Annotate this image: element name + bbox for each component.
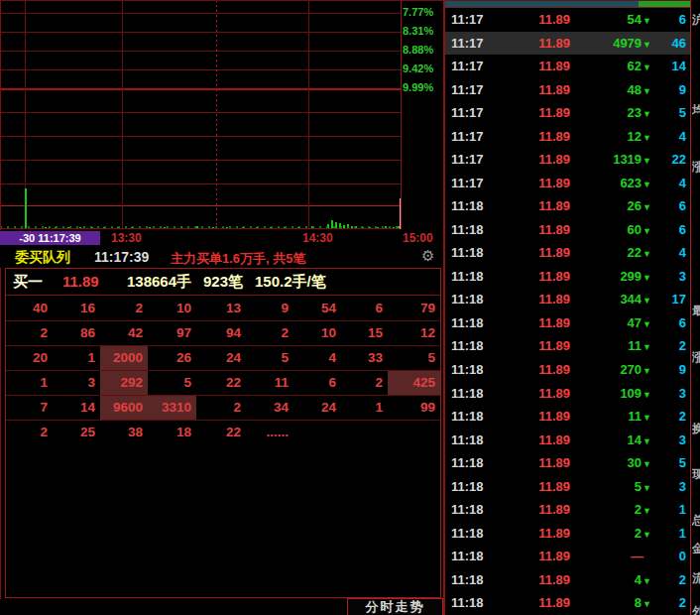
queue-cell-highlighted: 9600: [100, 396, 148, 420]
tick-row[interactable]: 11:1811.898▼2: [445, 591, 690, 615]
tick-row[interactable]: 11:1811.8926▼6: [445, 194, 690, 218]
down-arrow-icon: ▼: [642, 483, 651, 493]
tick-row[interactable]: 11:1711.8954▼6: [445, 8, 690, 32]
tick-row[interactable]: 11:1711.8912▼4: [445, 125, 690, 149]
v-gridline: [308, 0, 309, 229]
clipped-text-fragment: 金: [692, 541, 700, 557]
tick-row[interactable]: 11:1811.8911▼2: [445, 334, 690, 358]
tick-row[interactable]: 11:1811.8947▼6: [445, 311, 690, 335]
tick-row[interactable]: 11:1811.8922▼4: [445, 241, 690, 265]
tick-row[interactable]: 11:1811.89109▼3: [445, 381, 690, 405]
tick-count: 6: [651, 222, 690, 237]
tick-price: 11.89: [497, 455, 570, 470]
clipped-text-fragment: 涨: [692, 159, 700, 176]
tick-list-right-border: [690, 0, 691, 615]
queue-row[interactable]: 401621013954679: [6, 297, 440, 321]
tick-time: 11:18: [445, 479, 497, 494]
tick-row[interactable]: 11:1811.8960▼6: [445, 218, 690, 242]
down-arrow-icon: ▼: [642, 156, 651, 166]
down-arrow-icon: ▼: [642, 530, 651, 540]
tick-row[interactable]: 11:1811.89299▼3: [445, 265, 690, 289]
queue-cell: 99: [388, 396, 440, 420]
buy1-price: 11.89: [62, 273, 99, 290]
h-gridline: [0, 88, 401, 90]
tick-count: 2: [651, 409, 690, 424]
tick-volume: 623▼: [570, 176, 651, 190]
tick-time: 11:18: [445, 502, 497, 517]
tick-row[interactable]: 11:1711.89623▼4: [445, 172, 690, 195]
queue-cell: 22: [196, 371, 246, 395]
tick-row[interactable]: 11:1711.891319▼22: [445, 148, 690, 172]
down-arrow-icon: ▼: [642, 180, 651, 189]
tick-trade-list[interactable]: 11:1711.8954▼611:1711.894979▼4611:1711.8…: [445, 8, 690, 615]
tick-price: 11.89: [497, 292, 570, 307]
queue-row[interactable]: 2012000262454335: [6, 346, 440, 371]
tick-row[interactable]: 11:1811.8914▼3: [445, 428, 690, 451]
tick-volume: 11▼: [570, 338, 651, 353]
queue-row[interactable]: 132925221162425: [6, 371, 440, 396]
clipped-text-fragment: 均: [692, 102, 700, 119]
tick-volume: 26▼: [570, 198, 651, 213]
tick-count: 6: [651, 315, 690, 330]
panel-left-border: [0, 0, 1, 599]
queue-cell: 34: [246, 396, 293, 420]
queue-row[interactable]: 2864297942101512: [6, 321, 440, 346]
trading-app-window: 7.77%8.31%8.88%9.42%9.99% -30 11:17:39 1…: [0, 0, 700, 615]
tick-price: 11.89: [497, 269, 570, 284]
queue-cell: 24: [196, 346, 246, 370]
tick-price: 11.89: [497, 152, 570, 167]
tick-count: 9: [651, 362, 690, 377]
tick-count: 22: [651, 152, 690, 167]
buy-ratio-segment: [639, 1, 690, 7]
separator: [6, 295, 440, 296]
tick-row[interactable]: 11:1811.892▼1: [445, 498, 690, 522]
tick-price: 11.89: [497, 82, 570, 97]
queue-cell: 10: [293, 321, 341, 345]
tick-price: 11.89: [497, 59, 570, 73]
queue-cell-highlighted: 3310: [148, 396, 196, 420]
tick-row[interactable]: 11:1711.8962▼14: [445, 55, 690, 78]
tick-row[interactable]: 11:1811.8911▼2: [445, 405, 690, 429]
intraday-chart[interactable]: [0, 0, 402, 230]
down-arrow-icon: ▼: [642, 296, 651, 306]
queue-cell: 1: [53, 346, 100, 370]
tick-volume: 4▼: [570, 572, 651, 587]
tick-row[interactable]: 11:1811.894▼2: [445, 567, 690, 591]
tab-intraday-trend[interactable]: 分时走势: [347, 598, 443, 615]
percent-label: 9.42%: [403, 62, 433, 74]
queue-cell: 2: [341, 371, 388, 395]
time-label-1330: 13:30: [111, 231, 142, 245]
tick-time: 11:17: [445, 152, 497, 167]
tick-row[interactable]: 11:1811.89270▼9: [445, 358, 690, 382]
h-gridline: [0, 69, 401, 70]
down-arrow-icon: ▼: [642, 436, 651, 446]
buy-queue-order-table: 4016210139546792864297942101512201200026…: [6, 297, 440, 444]
settings-gear-icon[interactable]: ⚙: [421, 247, 434, 265]
tick-count: 1: [651, 526, 690, 541]
clipped-text-fragment: 现: [692, 466, 700, 483]
down-arrow-icon: ▼: [642, 40, 651, 50]
tick-time: 11:18: [445, 245, 497, 260]
tick-price: 11.89: [497, 386, 570, 401]
queue-cell: [388, 421, 440, 444]
tick-row[interactable]: 11:1811.89344▼17: [445, 288, 690, 311]
queue-row[interactable]: 225381822......: [6, 421, 440, 444]
down-arrow-icon: ▼: [642, 226, 651, 236]
queue-cell: 2: [6, 421, 53, 444]
tick-row[interactable]: 11:1811.89—0: [445, 545, 690, 568]
tick-price: 11.89: [497, 315, 570, 330]
h-gridline: [0, 205, 401, 206]
tick-row[interactable]: 11:1811.892▼1: [445, 521, 690, 545]
tick-row[interactable]: 11:1811.8930▼5: [445, 451, 690, 475]
tick-row[interactable]: 11:1711.8948▼9: [445, 78, 690, 102]
percent-axis: 7.77%8.31%8.88%9.42%9.99%: [403, 0, 444, 230]
tick-price: 11.89: [497, 198, 570, 213]
queue-cell: 9: [246, 297, 293, 320]
time-label-1500: 15:00: [403, 231, 433, 245]
queue-row[interactable]: 7149600331023424199: [6, 396, 440, 421]
queue-cell: 11: [246, 371, 293, 395]
tick-row[interactable]: 11:1711.8923▼5: [445, 101, 690, 125]
tick-price: 11.89: [497, 36, 570, 51]
tick-row[interactable]: 11:1811.895▼3: [445, 474, 690, 498]
tick-row[interactable]: 11:1711.894979▼46: [445, 32, 690, 56]
